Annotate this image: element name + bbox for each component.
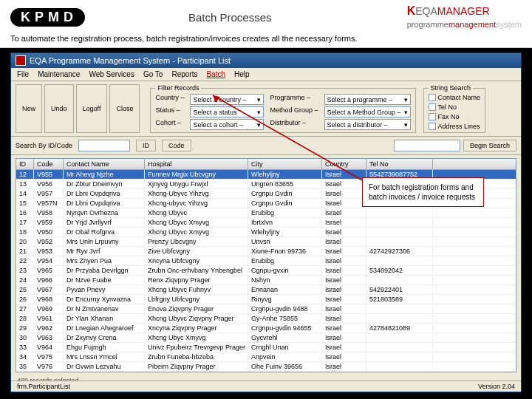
contact-name-check[interactable]: Contact Name: [429, 94, 481, 101]
distributor-label: Distributor –: [270, 119, 318, 130]
string-search-input[interactable]: [394, 140, 460, 151]
cohort-select[interactable]: Select a cohort –: [190, 119, 264, 130]
table-row[interactable]: 23V965Dr Przyaba DevrlggnZrubn Onc-erhvb…: [16, 266, 516, 276]
col-id[interactable]: ID: [16, 159, 34, 169]
programme-select[interactable]: Select a programme –: [324, 94, 411, 105]
menubar: File Maintenance Web Services Go To Repo…: [11, 68, 521, 81]
status-left: frm.ParticipantList: [17, 383, 70, 390]
method-label: Method Group –: [270, 106, 318, 117]
filter-legend: Filter Records: [155, 84, 201, 92]
table-row[interactable]: 25V967Pyvan PnevyXhcng Ubyvc FuhnyvEnnan…: [16, 285, 516, 295]
menu-batch[interactable]: Batch: [206, 70, 225, 78]
menu-maintenance[interactable]: Maintenance: [38, 70, 80, 78]
subtitle: To automate the registration process, ba…: [0, 31, 532, 48]
titlebar: EQA Programme Management System - Partic…: [11, 53, 521, 68]
table-row[interactable]: 18V950Dr Obal RofgrvaXhcng Ubyvc XmyvgWl…: [16, 228, 516, 237]
search-legend: String Search: [429, 84, 474, 92]
brand: KEQAMANAGER programmemanagementsystem: [407, 4, 522, 30]
col-contact[interactable]: Contact Name: [64, 159, 145, 169]
status-select[interactable]: Select a status: [190, 106, 264, 117]
programme-label: Programme –: [270, 94, 318, 105]
table-row[interactable]: 29V962Dr Lnegian AhegraroefXncyna Ziqvpn…: [16, 324, 516, 333]
id-button[interactable]: ID: [136, 140, 156, 151]
fax-check[interactable]: Fax No: [429, 113, 481, 120]
filter-panel: Filter Records Country – Select a countr…: [150, 84, 415, 133]
table-row[interactable]: 27V969Dr N ZmtvanenavEnova Ziqvpny Prage…: [16, 304, 516, 314]
search-by-label: Search By ID/Code: [16, 142, 72, 149]
undo-button[interactable]: Undo: [44, 84, 74, 133]
country-label: Country –: [155, 94, 184, 105]
callout-box: For batch registration forms and batch i…: [362, 177, 484, 207]
close-button[interactable]: Close: [109, 84, 140, 133]
app-window: EQA Programme Management System - Partic…: [10, 52, 522, 392]
cohort-label: Cohort –: [155, 119, 184, 130]
status-label: Status –: [155, 106, 184, 117]
table-row[interactable]: 26V968Dr Encurny XynvaznaLbfrgny Ubfcvgn…: [16, 295, 516, 304]
window-title: EQA Programme Management System - Partic…: [30, 56, 231, 65]
menu-help[interactable]: Help: [234, 70, 250, 78]
menu-reports[interactable]: Reports: [171, 70, 197, 78]
table-row[interactable]: 24V966Dr Nzve FuabeRenx Ziqvpny PragerNs…: [16, 276, 516, 285]
col-hospital[interactable]: Hospital: [145, 159, 248, 169]
app-icon: [16, 55, 26, 66]
grid-header: ID Code Contact Name Hospital City Count…: [16, 159, 516, 170]
page-title: Batch Processes: [188, 11, 272, 24]
col-tel[interactable]: Tel No: [366, 159, 433, 169]
table-row[interactable]: 35V976Dr Gvwin LezvahuPibeirn Ziqvpny Pr…: [16, 362, 516, 372]
table-row[interactable]: 22V954Mrs Znyen PuaXncyna UbfcvgnyErubib…: [16, 256, 516, 266]
table-row[interactable]: 28V961Dr Ylan XhananXhcng Ubyvc Ziqvpny …: [16, 314, 516, 324]
menu-goto[interactable]: Go To: [143, 70, 163, 78]
menu-webservices[interactable]: Web Services: [89, 70, 134, 78]
method-select[interactable]: Select a Method Group –: [324, 106, 411, 117]
code-button[interactable]: Code: [162, 140, 191, 151]
table-row[interactable]: 30V963Dr Zxynvy CrenaXhcng Ubyc XmyvgGyc…: [16, 333, 516, 343]
logo: KPMD: [10, 8, 85, 27]
menu-file[interactable]: File: [17, 70, 29, 78]
distributor-select[interactable]: Select a distributor –: [324, 119, 411, 130]
table-row[interactable]: 34V975Mrs Lnssn YmcelZrubn Funeba-hbzeba…: [16, 352, 516, 362]
string-search-panel: String Search Contact Name Tel No Fax No…: [423, 84, 486, 133]
table-row[interactable]: 21V953Mr Ryv JvrfZive UbfcvgnyXiune-Fnon…: [16, 247, 516, 256]
logoff-button[interactable]: Logoff: [76, 84, 108, 133]
col-code[interactable]: Code: [34, 159, 64, 169]
table-row[interactable]: 17V959Dr Yrjd JvrllyvrfXhcng Ubyvc Xmyvg…: [16, 218, 516, 228]
search-id-input[interactable]: [78, 140, 130, 151]
country-select[interactable]: Select a country –: [190, 94, 264, 105]
begin-search-button[interactable]: Begin Search: [463, 140, 516, 151]
status-right: Version 2.04: [478, 383, 515, 390]
address-check[interactable]: Address Lines: [429, 123, 481, 130]
col-country[interactable]: Country: [322, 159, 366, 169]
col-city[interactable]: City: [248, 159, 322, 169]
table-row[interactable]: 16V958Nyrqvn OvrheznaXhcng UbyvcErubibgI…: [16, 208, 516, 218]
table-row[interactable]: 36V977Dr Ehgu OrpxXhcng Ubyvc ZnpprenuUn…: [16, 372, 516, 372]
status-bar: frm.ParticipantList Version 2.04: [11, 381, 521, 392]
tel-check[interactable]: Tel No: [429, 103, 481, 111]
table-row[interactable]: 20V952Mrs Unln LrpuvnyPrenzy UbcvgnyUnvs…: [16, 237, 516, 247]
new-button[interactable]: New: [16, 84, 42, 133]
table-row[interactable]: 33V964Ehgu FujmghUnivz Fpubeirz Trevrgev…: [16, 343, 516, 352]
